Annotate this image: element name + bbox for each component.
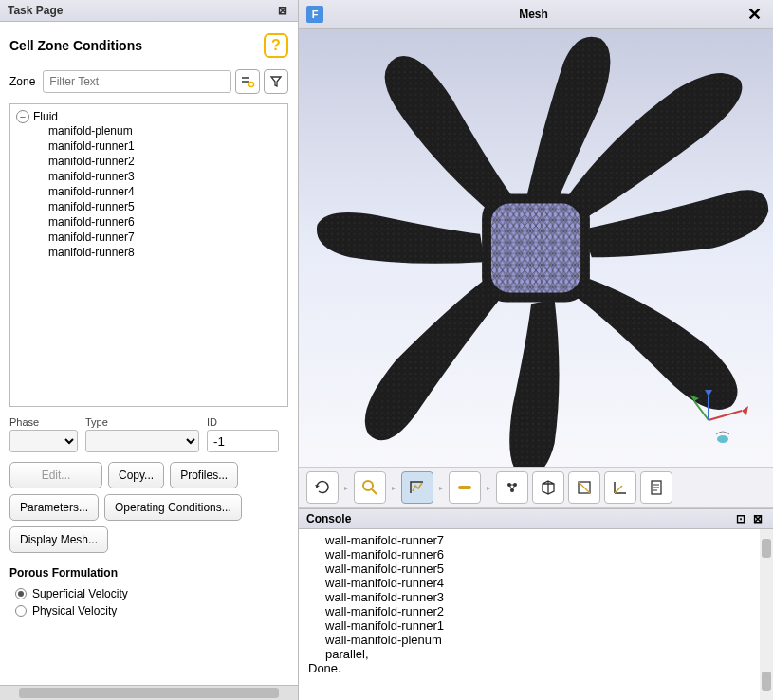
cube-icon[interactable]: [532, 471, 564, 504]
mesh-header: F Mesh ✕: [299, 0, 773, 29]
toolbar-separator: ▸: [390, 484, 397, 492]
radio-physical-label: Physical Velocity: [32, 604, 117, 617]
console-title: Console: [306, 512, 351, 525]
radio-icon: [15, 588, 27, 599]
svg-marker-12: [705, 390, 712, 396]
phase-select[interactable]: [9, 430, 78, 452]
scrollbar-thumb[interactable]: [19, 688, 279, 698]
profiles-button[interactable]: Profiles...: [170, 462, 238, 488]
tree-item[interactable]: manifold-runner3: [48, 169, 282, 184]
svg-point-13: [717, 435, 728, 443]
copy-button[interactable]: Copy...: [108, 462, 164, 488]
svg-line-7: [709, 411, 742, 420]
operating-conditions-button[interactable]: Operating Conditions...: [104, 494, 242, 521]
viewport-toolbar: ▸ ▸ ▸ ▸: [299, 467, 773, 508]
mesh-viewport[interactable]: [299, 29, 773, 467]
zone-filter-input[interactable]: [43, 70, 231, 93]
porous-title: Porous Formulation: [9, 566, 288, 580]
task-title: Task Page: [8, 4, 63, 17]
collapse-icon[interactable]: −: [16, 110, 29, 123]
right-panel: F Mesh ✕: [299, 0, 773, 700]
zone-label: Zone: [9, 75, 35, 88]
toolbar-separator: ▸: [342, 484, 350, 492]
section-title-row: Cell Zone Conditions ?: [0, 22, 298, 65]
tree-item[interactable]: manifold-runner2: [48, 154, 282, 169]
filter-options-icon[interactable]: [235, 69, 260, 94]
measure-icon[interactable]: [449, 471, 481, 504]
porous-section: Porous Formulation Superficial Velocity …: [0, 559, 298, 627]
help-icon[interactable]: ?: [264, 33, 288, 58]
console-line: wall-manifold-plenum: [308, 633, 764, 647]
scrollbar-thumb[interactable]: [762, 539, 771, 558]
radio-superficial[interactable]: Superficial Velocity: [9, 585, 288, 602]
svg-line-25: [579, 482, 590, 493]
console-restore-icon[interactable]: ⊡: [733, 512, 748, 525]
tree-item[interactable]: manifold-plenum: [48, 123, 282, 138]
console-line: wall-manifold-runner1: [308, 618, 764, 633]
svg-marker-10: [690, 395, 699, 401]
toolbar-separator: ▸: [437, 484, 445, 492]
button-row-3: Display Mesh...: [0, 526, 298, 559]
tree-item[interactable]: manifold-runner8: [48, 245, 282, 260]
report-icon[interactable]: [640, 471, 672, 504]
type-label: Type: [85, 416, 199, 428]
zone-tree[interactable]: − Fluid manifold-plenummanifold-runner1m…: [9, 103, 288, 407]
type-select[interactable]: [85, 430, 199, 452]
rotate-icon[interactable]: [306, 471, 339, 504]
settings-icon[interactable]: [496, 471, 528, 504]
edit-button[interactable]: Edit...: [9, 462, 102, 488]
display-icon[interactable]: [401, 471, 433, 504]
svg-rect-17: [458, 486, 471, 489]
tree-item[interactable]: manifold-runner6: [48, 214, 282, 230]
console-line: wall-manifold-runner4: [308, 576, 764, 590]
display-mesh-button[interactable]: Display Mesh...: [9, 526, 108, 553]
console-body[interactable]: wall-manifold-runner7 wall-manifold-runn…: [299, 529, 773, 700]
tree-item[interactable]: manifold-runner5: [48, 199, 282, 214]
axis-triad-icon: [680, 387, 756, 453]
console-scrollbar[interactable]: [760, 529, 773, 700]
close-icon[interactable]: ⊠: [275, 4, 290, 17]
tree-root-label: Fluid: [33, 110, 58, 123]
radio-physical[interactable]: Physical Velocity: [9, 602, 288, 619]
console-close-icon[interactable]: ⊠: [750, 512, 765, 525]
tree-item[interactable]: manifold-runner4: [48, 184, 282, 199]
section-title: Cell Zone Conditions: [9, 38, 142, 53]
tree-root-row[interactable]: − Fluid: [16, 110, 282, 123]
console-line: Done.: [308, 661, 764, 675]
clip-icon[interactable]: [568, 471, 600, 504]
svg-line-9: [694, 401, 709, 420]
svg-rect-6: [491, 203, 580, 292]
horizontal-scrollbar[interactable]: [0, 685, 298, 700]
tree-item[interactable]: manifold-runner7: [48, 230, 282, 245]
button-row-2: Parameters... Operating Conditions...: [0, 494, 298, 526]
svg-point-2: [249, 83, 254, 87]
console-header: Console ⊡ ⊠: [299, 508, 773, 529]
task-panel: Task Page ⊠ Cell Zone Conditions ? Zone …: [0, 0, 299, 700]
svg-line-16: [372, 489, 377, 494]
svg-marker-8: [742, 406, 748, 415]
scrollbar-thumb[interactable]: [762, 672, 771, 691]
parameters-button[interactable]: Parameters...: [9, 494, 99, 521]
console-line: wall-manifold-runner3: [308, 590, 764, 604]
close-icon[interactable]: ✕: [744, 4, 765, 25]
tree-item[interactable]: manifold-runner1: [48, 138, 282, 154]
dropdown-row: Phase Type ID: [0, 413, 298, 456]
console-line: wall-manifold-runner5: [308, 562, 764, 576]
phase-label: Phase: [9, 416, 78, 428]
axes-icon[interactable]: [604, 471, 636, 504]
filter-toggle-icon[interactable]: [264, 69, 288, 94]
radio-superficial-label: Superficial Velocity: [32, 587, 128, 600]
console-line: wall-manifold-runner7: [308, 533, 764, 547]
console-line: wall-manifold-runner6: [308, 547, 764, 562]
radio-icon: [15, 605, 27, 617]
app-badge: F: [306, 6, 323, 23]
svg-point-15: [363, 481, 373, 490]
id-label: ID: [207, 416, 279, 428]
tree-children: manifold-plenummanifold-runner1manifold-…: [48, 123, 282, 260]
toolbar-separator: ▸: [485, 484, 492, 492]
id-input[interactable]: [207, 430, 279, 452]
zoom-icon[interactable]: [354, 471, 386, 504]
console-line: parallel,: [308, 647, 764, 661]
mesh-title: Mesh: [323, 8, 744, 21]
task-header: Task Page ⊠: [0, 0, 298, 22]
